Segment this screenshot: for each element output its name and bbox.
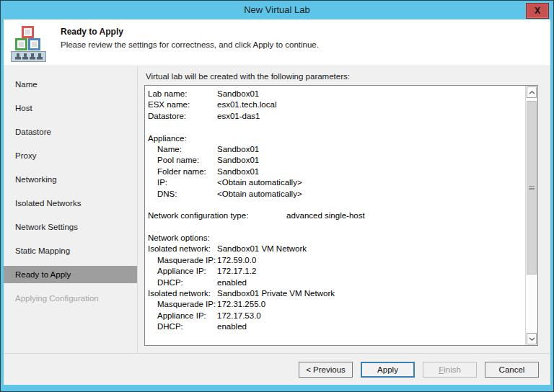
main-panel: Virtual lab will be created with the fol… [138,66,550,353]
summary-line [148,222,524,233]
summary-line: Datastore:esx01-das1 [148,111,524,122]
summary-label: Pool name: [157,155,217,166]
sidebar-item-name[interactable]: Name [4,76,137,93]
summary-value: Sandbox01 [217,144,259,155]
summary-label: DHCP: [157,277,217,288]
summary-value: Sandbox01 [217,155,259,166]
summary-label: DHCP: [157,321,217,332]
summary-label [148,222,217,233]
chevron-down-icon [529,337,535,341]
summary-line [148,122,524,133]
summary-line: Network configuration type:advanced sing… [148,210,524,221]
summary-label: Network options: [148,233,217,244]
summary-line: Isolated network:Sandbox01 VM Network [148,244,524,254]
window-title: New Virtual Lab [0,4,554,15]
summary-line: DHCP:enabled [148,277,524,288]
summary-label: Network configuration type: [148,210,286,221]
block-blue-icon [28,38,40,50]
summary-label: Lab name: [148,89,217,99]
summary-value: <Obtain automatically> [217,189,302,200]
scrollbar[interactable] [525,86,537,345]
summary-value: esx01.tech.local [217,99,276,110]
summary-line: Lab name:Sandbox01 [148,89,524,99]
new-virtual-lab-dialog: New Virtual Lab X [0,0,554,392]
summary-line: Isolated network:Sandbox01 Private VM Ne… [148,288,524,299]
summary-label: Folder name: [157,166,217,177]
scrollbar-thumb[interactable] [527,101,537,275]
step-title: Ready to Apply [61,27,123,37]
summary-label: DNS: [157,189,217,200]
cancel-button-label: Cancel [499,365,525,374]
summary-value: 172.17.53.0 [217,311,261,321]
summary-label: Network mapping: [148,344,217,345]
block-red-icon [22,26,34,38]
summary-line: Appliance IP:172.17.1.2 [148,266,524,277]
summary-value: Sandbox01 [217,166,259,177]
sidebar-item-host[interactable]: Host [4,99,137,117]
sidebar-item-networking[interactable]: Networking [4,171,137,188]
summary-line: Appliance: [148,133,524,144]
apply-button-label: Apply [377,365,398,374]
summary-line: Name:Sandbox01 [148,144,524,155]
summary-box: Lab name:Sandbox01ESX name:esx01.tech.lo… [144,85,538,346]
summary-value: Sandbox01 Private VM Network [217,288,335,299]
summary-value: <Obtain automatically> [217,177,302,188]
sidebar-item-proxy[interactable]: Proxy [4,147,137,164]
summary-line [148,200,524,210]
wizard-steps-nav: NameHostDatastoreProxyNetworkingIsolated… [4,66,137,353]
summary-value: 172.31.255.0 [217,299,265,310]
finish-button-label: Finish [439,365,461,374]
summary-label: Masquerade IP: [157,299,217,310]
summary-line: Pool name:Sandbox01 [148,155,524,166]
summary-caption: Virtual lab will be created with the fol… [146,72,350,81]
summary-value: 172.17.1.2 [217,266,256,277]
sidebar-item-isolated-networks[interactable]: Isolated Networks [4,195,137,212]
close-button[interactable]: X [526,3,549,19]
apply-button[interactable]: Apply [361,362,415,378]
sidebar-item-datastore[interactable]: Datastore [4,123,137,141]
summary-label: Isolated network: [148,288,217,299]
summary-label [148,200,217,210]
sidebar-item-network-settings[interactable]: Network Settings [4,218,137,236]
footer: < PreviousApplyFinishCancel [4,354,550,385]
summary-line: IP:<Obtain automatically> [148,177,524,188]
summary-line: Masquerade IP:172.31.255.0 [148,299,524,310]
summary-line: DHCP:enabled [148,321,524,332]
previous-button-label: < Previous [306,365,346,374]
summary-label: Masquerade IP: [157,255,217,266]
sidebar-item-ready-to-apply[interactable]: Ready to Apply [4,266,137,283]
summary-label: Appliance: [148,133,217,144]
summary-line: Appliance IP:172.17.53.0 [148,311,524,321]
scrollbar-up-button[interactable] [527,86,537,98]
summary-label: Appliance IP: [157,266,217,277]
summary-line: Folder name:Sandbox01 [148,166,524,177]
summary-line: Network mapping: [148,344,524,345]
summary-value: advanced single-host [286,210,365,221]
step-subtitle: Please review the settings for correctne… [61,40,319,49]
finish-button: Finish [423,362,477,378]
summary-value: enabled [217,277,247,288]
summary-line [148,333,524,344]
summary-label [148,333,217,344]
summary-line: DNS:<Obtain automatically> [148,189,524,200]
summary-line: ESX name:esx01.tech.local [148,99,524,110]
summary-label: Isolated network: [148,244,217,254]
chevron-up-icon [529,91,535,94]
previous-button[interactable]: < Previous [299,362,353,378]
summary-line: Masquerade IP:172.59.0.0 [148,255,524,266]
virtual-lab-icon [10,25,50,63]
scrollbar-down-button[interactable] [527,333,537,344]
network-nodes-icon [11,51,46,62]
block-green-icon [15,38,27,50]
summary-value: esx01-das1 [217,111,260,122]
summary-label: ESX name: [148,99,217,110]
titlebar[interactable]: New Virtual Lab X [0,0,554,19]
cancel-button[interactable]: Cancel [485,362,539,378]
dialog-body: Ready to Apply Please review the setting… [4,19,550,385]
wizard-header: Ready to Apply Please review the setting… [4,19,550,66]
sidebar-item-static-mapping[interactable]: Static Mapping [4,242,137,259]
sidebar-item-applying-configuration: Applying Configuration [4,290,137,307]
summary-value: 172.59.0.0 [217,255,256,266]
summary-label: Appliance IP: [157,311,217,321]
summary-text: Lab name:Sandbox01ESX name:esx01.tech.lo… [145,86,524,345]
